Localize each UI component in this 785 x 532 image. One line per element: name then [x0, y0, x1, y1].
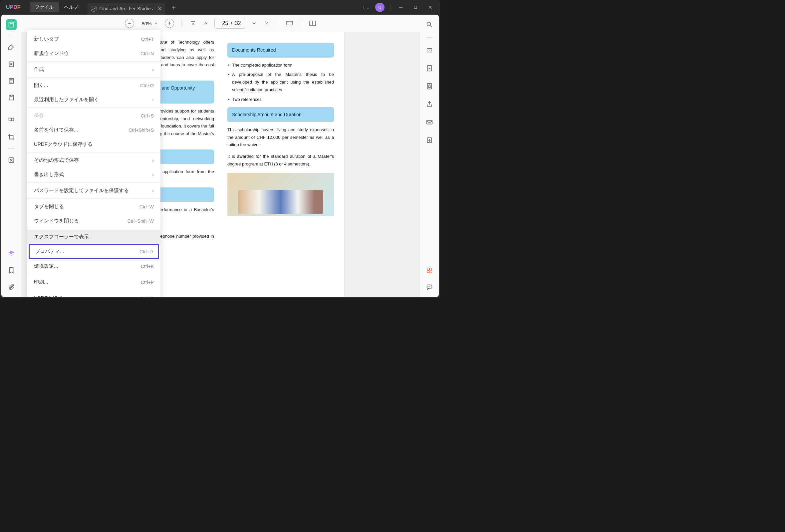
menu-save-as[interactable]: 名前を付けて保存...Ctrl+Shift+S [27, 123, 160, 137]
highlighter-icon[interactable] [6, 42, 17, 53]
menu-file[interactable]: ファイル [30, 2, 59, 12]
edit-text-icon[interactable] [6, 59, 17, 70]
menu-new-tab[interactable]: 新しいタブCtrl+T [27, 32, 160, 46]
svg-rect-22 [313, 21, 315, 26]
ocr-icon[interactable]: OCR [424, 45, 435, 56]
chevron-right-icon: › [152, 67, 154, 73]
page-total: 32 [235, 20, 241, 26]
ai-icon[interactable] [424, 265, 435, 276]
reader-mode-icon[interactable] [6, 19, 17, 30]
svg-rect-20 [287, 21, 293, 25]
first-page-icon[interactable] [189, 19, 197, 27]
main-area: − 80%▼ + / 32 [1, 15, 439, 297]
rail-separator [8, 36, 15, 36]
menu-separator [27, 61, 160, 61]
page-separator: / [231, 20, 232, 26]
menu-show-in-explorer[interactable]: エクスプローラーで表示 [27, 230, 160, 244]
maximize-button[interactable] [408, 0, 423, 15]
page-current-input[interactable] [219, 20, 228, 26]
tab-title: Find-and-Ap...her-Studies [100, 6, 153, 11]
next-page-icon[interactable] [250, 19, 258, 27]
share-icon[interactable] [424, 99, 435, 109]
menu-recent[interactable]: 最近利用したファイルを開く› [27, 93, 160, 107]
titlebar: UPDF ファイル ヘルプ Find-and-Ap...her-Studies … [0, 0, 440, 15]
page-view-icon[interactable] [309, 19, 316, 27]
divider [390, 4, 391, 11]
email-icon[interactable] [424, 117, 435, 127]
menu-print[interactable]: 印刷...Ctrl+P [27, 275, 160, 289]
document-tab[interactable]: Find-and-Ap...her-Studies ✕ [87, 3, 165, 15]
menu-cloud-save[interactable]: UPDFクラウドに保存する [27, 137, 160, 151]
list-item: The completed application form [228, 61, 334, 69]
rail-separator [8, 109, 15, 109]
window-count[interactable]: 1⌄ [360, 5, 372, 10]
svg-point-35 [429, 270, 432, 273]
menu-separator [27, 107, 160, 108]
updf-logo: UPDF [3, 4, 24, 10]
menu-separator [27, 182, 160, 183]
minimize-button[interactable] [394, 0, 408, 15]
svg-point-23 [427, 22, 431, 26]
svg-rect-15 [9, 118, 11, 121]
zoom-dropdown-icon[interactable]: ▼ [154, 22, 157, 25]
search-icon[interactable] [424, 19, 435, 30]
menu-new-window[interactable]: 新規ウィンドウCtrl+N [27, 46, 160, 60]
close-window-button[interactable] [423, 0, 437, 15]
right-rail: OCR [420, 15, 439, 297]
svg-rect-36 [427, 285, 432, 288]
menu-close-tab[interactable]: タブを閉じるCtrl+W [27, 199, 160, 214]
menu-other-format[interactable]: その他の形式で保存› [27, 153, 160, 168]
menu-help[interactable]: ヘルプ [59, 2, 83, 12]
comment-icon[interactable] [424, 282, 435, 292]
zoom-out-button[interactable]: − [125, 19, 134, 28]
presentation-icon[interactable] [286, 19, 294, 27]
user-avatar[interactable]: U [375, 3, 384, 12]
menu-close-window[interactable]: ウィンドウを閉じるCtrl+Shift+W [27, 214, 160, 228]
svg-point-34 [427, 270, 429, 273]
menu-separator [27, 290, 160, 290]
layers-icon[interactable] [6, 248, 17, 259]
save-cloud-icon[interactable] [424, 135, 435, 146]
svg-rect-21 [310, 21, 312, 26]
classroom-photo [227, 173, 334, 216]
compress-icon[interactable] [424, 63, 435, 74]
toolbar: − 80%▼ + / 32 [21, 15, 420, 32]
paragraph: This scholarship covers living and study… [227, 126, 334, 149]
menu-save: 保存Ctrl+S [27, 108, 160, 123]
menu-open[interactable]: 開く...Ctrl+O [27, 78, 160, 93]
svg-rect-1 [414, 6, 417, 9]
menu-preferences[interactable]: 環境設定...Ctrl+K [27, 259, 160, 273]
chevron-right-icon: › [152, 172, 154, 178]
protect-icon[interactable] [424, 81, 435, 92]
chevron-right-icon: › [152, 157, 154, 163]
menu-exit[interactable]: UPDFを終了Ctrl+Q [27, 291, 160, 297]
zoom-level[interactable]: 80%▼ [139, 21, 160, 26]
menu-separator [27, 77, 160, 78]
list-item: Two references [228, 96, 334, 104]
menu-properties[interactable]: プロパティ...Ctrl+D [29, 244, 159, 259]
prev-page-icon[interactable] [202, 19, 210, 27]
svg-rect-27 [427, 66, 432, 71]
form-icon[interactable] [6, 92, 17, 103]
page-edit-icon[interactable] [6, 76, 17, 86]
section-heading: Documents Required [227, 43, 334, 58]
bookmark-icon[interactable] [6, 265, 17, 276]
menu-create[interactable]: 作成› [27, 62, 160, 77]
crop-icon[interactable] [6, 132, 17, 143]
rail-separator [8, 149, 15, 149]
menu-export[interactable]: 書き出し形式› [27, 168, 160, 182]
menu-separator [27, 198, 160, 199]
menu-protect[interactable]: パスワードを設定してファイルを保護する› [27, 183, 160, 198]
svg-rect-14 [9, 95, 14, 100]
zoom-in-button[interactable]: + [165, 19, 174, 28]
organize-icon[interactable] [6, 115, 17, 126]
redact-icon[interactable] [6, 155, 17, 166]
attachment-icon[interactable] [6, 282, 17, 292]
page-number-box[interactable]: / 32 [214, 18, 245, 29]
toolbar-separator [301, 19, 301, 27]
add-tab-button[interactable]: ＋ [171, 3, 177, 12]
last-page-icon[interactable] [263, 19, 271, 27]
close-tab-icon[interactable]: ✕ [157, 6, 162, 12]
menu-separator [27, 274, 160, 274]
svg-point-33 [429, 268, 432, 270]
